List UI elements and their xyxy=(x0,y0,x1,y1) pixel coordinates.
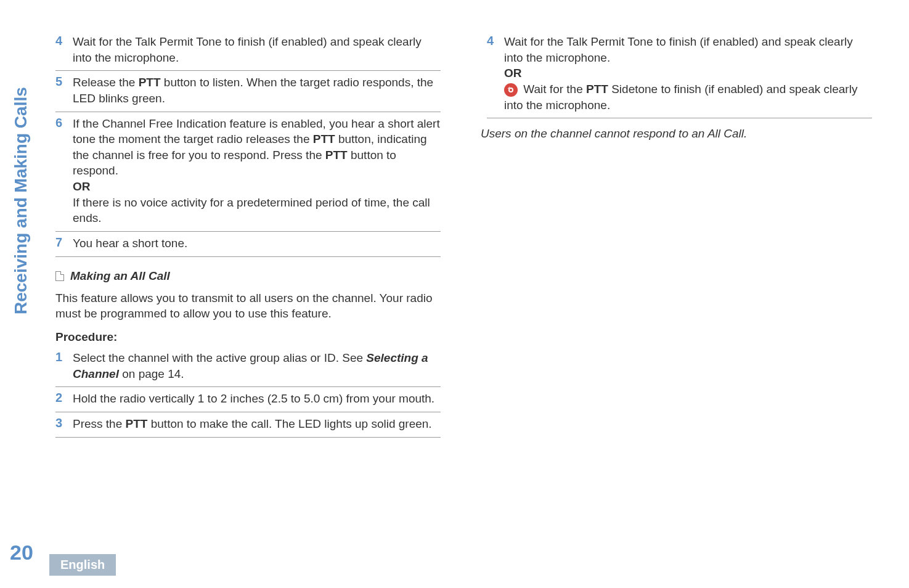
procedure-label: Procedure: xyxy=(55,330,441,344)
section-header: Making an All Call xyxy=(55,269,441,283)
ptt-icon xyxy=(504,83,518,97)
step-item: 4 Wait for the Talk Permit Tone to finis… xyxy=(487,34,872,118)
step-item: 3 Press the PTT button to make the call.… xyxy=(55,416,441,438)
step-number: 6 xyxy=(55,116,73,226)
sidebar: Receiving and Making Calls 20 xyxy=(0,0,43,588)
step-number: 4 xyxy=(487,34,504,113)
step-item: 5 Release the PTT button to listen. When… xyxy=(55,75,441,112)
step-item: 6 If the Channel Free Indication feature… xyxy=(55,116,441,232)
step-text: If the Channel Free Indication feature i… xyxy=(73,116,441,226)
section-title: Making an All Call xyxy=(70,269,170,283)
step-item: 4 Wait for the Talk Permit Tone to finis… xyxy=(55,34,441,71)
step-text: Wait for the Talk Permit Tone to finish … xyxy=(73,34,441,65)
section-intro: This feature allows you to transmit to a… xyxy=(55,290,441,322)
step-number: 3 xyxy=(55,416,73,432)
step-number: 5 xyxy=(55,75,73,106)
page-number: 20 xyxy=(10,541,33,565)
language-tab: English xyxy=(49,554,116,576)
or-label: OR xyxy=(504,65,872,81)
step-line: Wait for the Talk Permit Tone to finish … xyxy=(504,35,853,64)
document-icon xyxy=(55,271,64,281)
step-item: 7 You hear a short tone. xyxy=(55,235,441,257)
step-text: Select the channel with the active group… xyxy=(73,350,441,382)
step-number: 4 xyxy=(55,34,73,65)
step-number: 1 xyxy=(55,350,73,382)
left-column: 4 Wait for the Talk Permit Tone to finis… xyxy=(49,34,441,588)
step-text: Release the PTT button to listen. When t… xyxy=(73,75,441,106)
step-number: 7 xyxy=(55,235,73,251)
step-item: 1 Select the channel with the active gro… xyxy=(55,350,441,387)
note-text: Users on the channel cannot respond to a… xyxy=(481,127,872,141)
step-text: Press the PTT button to make the call. T… xyxy=(73,416,441,432)
step-item: 2 Hold the radio vertically 1 to 2 inche… xyxy=(55,391,441,412)
step-text: Hold the radio vertically 1 to 2 inches … xyxy=(73,391,441,407)
section-vertical-title: Receiving and Making Calls xyxy=(11,87,31,314)
step-line: Wait for the PTT Sidetone to finish (if … xyxy=(504,83,857,112)
right-column: 4 Wait for the Talk Permit Tone to finis… xyxy=(481,34,872,588)
step-text: You hear a short tone. xyxy=(73,235,441,251)
content-area: 4 Wait for the Talk Permit Tone to finis… xyxy=(43,0,909,588)
step-number: 2 xyxy=(55,391,73,407)
step-text: Wait for the Talk Permit Tone to finish … xyxy=(504,34,872,113)
